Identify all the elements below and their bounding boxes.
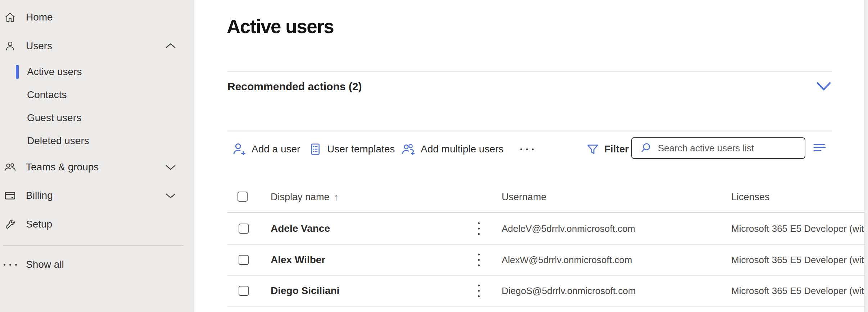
user-username: AlexW@5drrlv.onmicrosoft.com — [502, 254, 632, 266]
sidebar-item-billing[interactable]: Billing — [0, 185, 194, 206]
sidebar-item-label: Home — [26, 12, 53, 23]
column-header-licenses[interactable]: Licenses — [731, 192, 770, 202]
section-divider — [227, 71, 832, 72]
sort-ascending-arrow: ↑ — [334, 192, 339, 202]
sidebar-item-label: Teams & groups — [26, 161, 99, 173]
more-horizontal-icon — [520, 148, 534, 150]
search-box — [631, 137, 805, 159]
sidebar-item-label: Users — [26, 40, 52, 52]
search-input[interactable] — [658, 143, 798, 154]
row-checkbox[interactable] — [239, 255, 249, 265]
sidebar-item-home[interactable]: Home — [0, 7, 194, 27]
column-header-display-name[interactable]: Display name↑ — [271, 192, 339, 202]
section-divider — [227, 130, 832, 132]
sort-icon[interactable] — [813, 143, 826, 152]
user-display-name[interactable]: Adele Vance — [271, 223, 330, 234]
row-checkbox[interactable] — [239, 224, 249, 234]
sidebar-item-users[interactable]: Users — [0, 36, 194, 56]
sidebar-item-label: Active users — [27, 66, 82, 78]
user-licenses: Microsoft 365 E5 Developer (withou — [731, 254, 865, 266]
chevron-down-icon — [165, 192, 176, 199]
filter-funnel-icon — [586, 142, 600, 156]
column-header-label: Display name — [271, 192, 330, 202]
user-licenses: Microsoft 365 E5 Developer (withou — [731, 223, 865, 234]
row-checkbox[interactable] — [239, 286, 249, 296]
header-divider — [227, 212, 868, 213]
chevron-up-icon — [165, 43, 176, 49]
more-options-kebab-icon[interactable] — [476, 252, 481, 268]
sidebar-item-label: Deleted users — [27, 135, 89, 147]
person-icon — [3, 39, 17, 53]
add-multiple-users-label: Add multiple users — [421, 144, 503, 154]
table-row[interactable]: Diego Siciliani DiegoS@5drrlv.onmicrosof… — [0, 275, 864, 306]
table-row[interactable]: Adele Vance AdeleV@5drrlv.onmicrosoft.co… — [0, 213, 864, 244]
recommended-actions-heading: Recommended actions (2) — [227, 81, 362, 92]
page-title: Active users — [227, 17, 334, 36]
user-templates-button[interactable]: User templates — [308, 139, 395, 159]
sidebar-item-label: Contacts — [27, 89, 67, 101]
add-a-user-button[interactable]: Add a user — [232, 139, 300, 159]
user-display-name[interactable]: Alex Wilber — [271, 254, 325, 266]
sidebar-item-teams-groups[interactable]: Teams & groups — [0, 157, 194, 177]
sidebar-item-label: Guest users — [27, 112, 81, 124]
search-icon — [640, 142, 652, 154]
table-row[interactable]: Alex Wilber AlexW@5drrlv.onmicrosoft.com… — [0, 244, 864, 275]
user-display-name[interactable]: Diego Siciliani — [271, 285, 339, 297]
recommended-actions-expand-chevron-icon[interactable] — [815, 81, 832, 92]
template-list-icon — [308, 142, 322, 156]
add-a-user-label: Add a user — [252, 144, 300, 154]
filter-label: Filter — [604, 144, 629, 154]
user-templates-label: User templates — [327, 144, 395, 154]
people-group-icon — [3, 160, 17, 174]
user-username: DiegoS@5drrlv.onmicrosoft.com — [502, 285, 636, 297]
row-divider — [227, 306, 868, 307]
chevron-down-icon — [165, 164, 176, 170]
home-icon — [3, 10, 17, 24]
select-all-checkbox[interactable] — [238, 192, 248, 202]
selected-indicator — [16, 65, 19, 79]
sidebar-item-active-users[interactable]: Active users — [0, 62, 194, 82]
sidebar-item-label: Billing — [26, 190, 53, 201]
more-options-kebab-icon[interactable] — [476, 221, 481, 237]
user-username: AdeleV@5drrlv.onmicrosoft.com — [502, 223, 635, 234]
sidebar-item-guest-users[interactable]: Guest users — [0, 108, 194, 128]
credit-card-icon — [3, 188, 17, 203]
sidebar-item-deleted-users[interactable]: Deleted users — [0, 131, 194, 151]
filter-button[interactable]: Filter — [586, 139, 629, 159]
add-multiple-users-button[interactable]: Add multiple users — [401, 139, 503, 159]
more-actions-button[interactable] — [520, 139, 534, 159]
user-licenses: Microsoft 365 E5 Developer (withou — [731, 285, 865, 297]
sidebar-item-contacts[interactable]: Contacts — [0, 85, 194, 105]
add-people-icon — [401, 142, 416, 157]
column-header-username[interactable]: Username — [502, 192, 547, 202]
add-person-icon — [232, 142, 247, 157]
more-options-kebab-icon[interactable] — [476, 283, 481, 299]
vertical-scrollbar-track[interactable] — [864, 0, 868, 312]
